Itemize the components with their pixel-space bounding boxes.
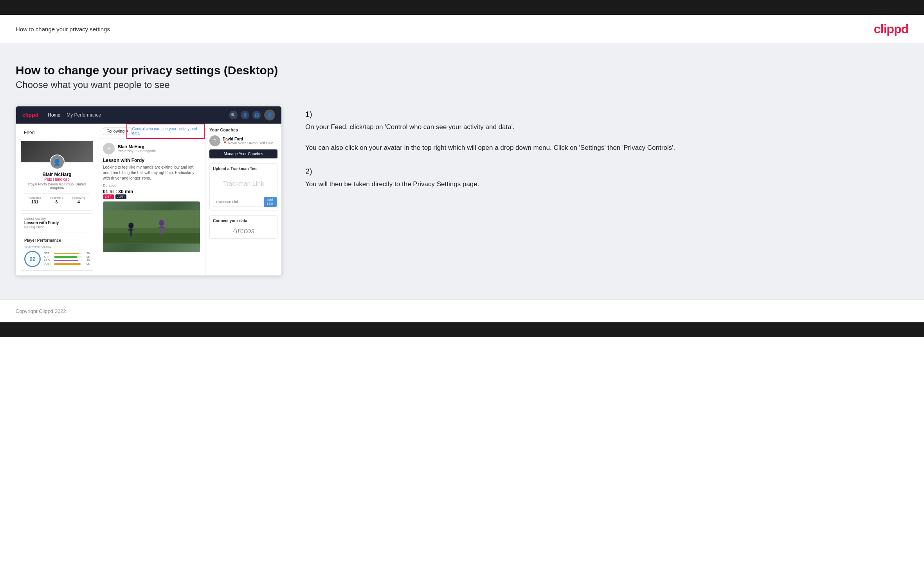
perf-bar-ott-label: OTT: [44, 252, 52, 255]
perf-bar-app: APP 85: [44, 255, 90, 258]
connect-data-section: Connect your data Arccos: [209, 215, 277, 239]
coach-name: David Ford: [223, 137, 273, 141]
trackman-title: Upload a Trackman Test: [213, 167, 274, 171]
following-button[interactable]: Following ▾: [103, 128, 132, 135]
post-duration-value: 01 hr : 30 min: [103, 189, 200, 194]
latest-activity-name: Lesson with Fordy: [24, 221, 90, 225]
nav-link-home[interactable]: Home: [48, 112, 60, 118]
post-duration-label: Duration: [103, 183, 200, 187]
post-description: Looking to feel like my hands are exitin…: [103, 165, 200, 181]
feed-header: Following ▾ Control who can see your act…: [98, 124, 205, 139]
app-body: Feed 👤 Blair McHarg Plus Handicap Royal …: [16, 124, 281, 275]
perf-bar-arg-value: 86: [83, 259, 90, 262]
site-header: How to change your privacy settings clip…: [0, 15, 924, 44]
perf-bars: OTT 90 APP: [44, 252, 90, 266]
post-header: B Blair McHarg Yesterday · Sunningdale: [103, 143, 200, 155]
stat-following-label: Following: [72, 196, 85, 200]
tag-ott: OTT: [103, 194, 114, 199]
app-nav-logo: clippd: [22, 112, 38, 118]
profile-banner: 👤: [21, 141, 93, 162]
app-nav-links: Home My Performance: [48, 112, 220, 118]
stat-activities-label: Activities: [29, 196, 41, 200]
user-avatar-icon[interactable]: 👤: [264, 110, 275, 120]
control-privacy-link[interactable]: Control who can see your activity and da…: [132, 127, 200, 135]
profile-info: Blair McHarg Plus Handicap Royal North D…: [21, 162, 93, 211]
perf-bar-putt-track: [54, 263, 82, 265]
perf-bar-putt-label: PUTT: [44, 262, 52, 265]
perf-bar-putt: PUTT 96: [44, 262, 90, 265]
coaches-title: Your Coaches: [209, 128, 277, 132]
latest-activity-label: Latest Activity: [24, 217, 90, 221]
article-subtitle: Choose what you want people to see: [16, 79, 908, 90]
stat-followers: Followers 3: [50, 196, 63, 204]
instruction-1-number: 1): [305, 110, 901, 119]
perf-bar-ott: OTT 90: [44, 252, 90, 255]
profile-club: Royal North Devon Golf Club, United King…: [24, 182, 90, 190]
app-mockup: clippd Home My Performance 🔍 👤 🌐 👤 Feed: [16, 106, 282, 276]
content-layout: clippd Home My Performance 🔍 👤 🌐 👤 Feed: [16, 106, 908, 276]
profile-name: Blair McHarg: [24, 172, 90, 177]
instruction-2-number: 2): [305, 167, 901, 176]
manage-coaches-button[interactable]: Manage Your Coaches: [209, 149, 277, 158]
stat-following-value: 4: [72, 200, 85, 204]
post-meta: Blair McHarg Yesterday · Sunningdale: [118, 144, 156, 153]
svg-rect-2: [103, 228, 200, 233]
post-avatar: B: [103, 143, 115, 155]
post-tags: OTT APP: [103, 194, 200, 199]
perf-bar-app-label: APP: [44, 255, 52, 258]
post-user-location: Yesterday · Sunningdale: [118, 149, 156, 153]
nav-link-performance[interactable]: My Performance: [67, 112, 101, 118]
profile-avatar: 👤: [50, 155, 65, 169]
post-image: [103, 201, 200, 252]
coaches-section: Your Coaches D David Ford 📍 Royal North …: [209, 128, 277, 158]
trackman-input-row: Add Link: [213, 197, 274, 207]
svg-point-3: [128, 223, 133, 229]
profile-stats: Activities 131 Followers 3 Following 4: [24, 193, 90, 207]
coach-info: David Ford 📍 Royal North Devon Golf Club: [223, 137, 273, 145]
perf-bar-arg-fill: [54, 260, 78, 261]
golf-scene-svg: [103, 201, 200, 252]
clippd-logo: clippd: [874, 22, 908, 36]
perf-title: Player Performance: [24, 238, 90, 243]
globe-icon[interactable]: 🌐: [252, 111, 261, 119]
bottom-bar: [0, 322, 924, 337]
latest-activity: Latest Activity Lesson with Fordy 03 Aug…: [21, 213, 93, 232]
feed-tab[interactable]: Feed: [21, 128, 93, 137]
perf-bar-app-track: [54, 256, 82, 258]
arccos-logo: Arccos: [213, 226, 274, 235]
perf-bar-app-fill: [54, 256, 77, 258]
app-feed: Following ▾ Control who can see your act…: [98, 124, 205, 275]
stat-followers-label: Followers: [50, 196, 63, 200]
footer-copyright: Copyright Clippd 2022: [16, 308, 66, 314]
trackman-input[interactable]: [213, 197, 262, 207]
perf-bar-app-value: 85: [83, 255, 90, 258]
post-title: Lesson with Fordy: [103, 158, 200, 163]
instruction-1: 1) On your Feed, click/tap on 'Control w…: [305, 110, 901, 153]
search-icon[interactable]: 🔍: [229, 111, 238, 119]
add-link-button[interactable]: Add Link: [264, 197, 277, 207]
stat-activities: Activities 131: [29, 196, 41, 204]
instruction-2-text: You will then be taken directly to the P…: [305, 179, 901, 189]
perf-quality-label: Total Player Quality: [24, 245, 90, 248]
page-title: How to change your privacy settings: [16, 26, 110, 32]
coach-club: 📍 Royal North Devon Golf Club: [223, 141, 273, 145]
app-right-panel: Your Coaches D David Ford 📍 Royal North …: [205, 124, 281, 275]
instruction-1-text: On your Feed, click/tap on 'Control who …: [305, 122, 901, 153]
player-performance: Player Performance Total Player Quality …: [21, 235, 93, 271]
instruction-2: 2) You will then be taken directly to th…: [305, 167, 901, 189]
user-icon[interactable]: 👤: [241, 111, 249, 119]
trackman-link-placeholder: Trackman Link: [213, 174, 274, 194]
top-bar: [0, 0, 924, 15]
svg-point-6: [159, 220, 164, 226]
coach-item: D David Ford 📍 Royal North Devon Golf Cl…: [209, 135, 277, 146]
svg-rect-5: [128, 230, 133, 231]
score-circle: 92: [24, 251, 41, 267]
latest-activity-date: 03 Aug 2022: [24, 225, 90, 229]
coach-avatar: D: [209, 135, 220, 146]
app-sidebar: Feed 👤 Blair McHarg Plus Handicap Royal …: [16, 124, 98, 275]
profile-handicap: Plus Handicap: [24, 177, 90, 182]
stat-activities-value: 131: [29, 200, 41, 204]
trackman-section: Upload a Trackman Test Trackman Link Add…: [209, 163, 277, 210]
perf-bar-ott-track: [54, 253, 82, 254]
tag-app: APP: [115, 194, 126, 199]
